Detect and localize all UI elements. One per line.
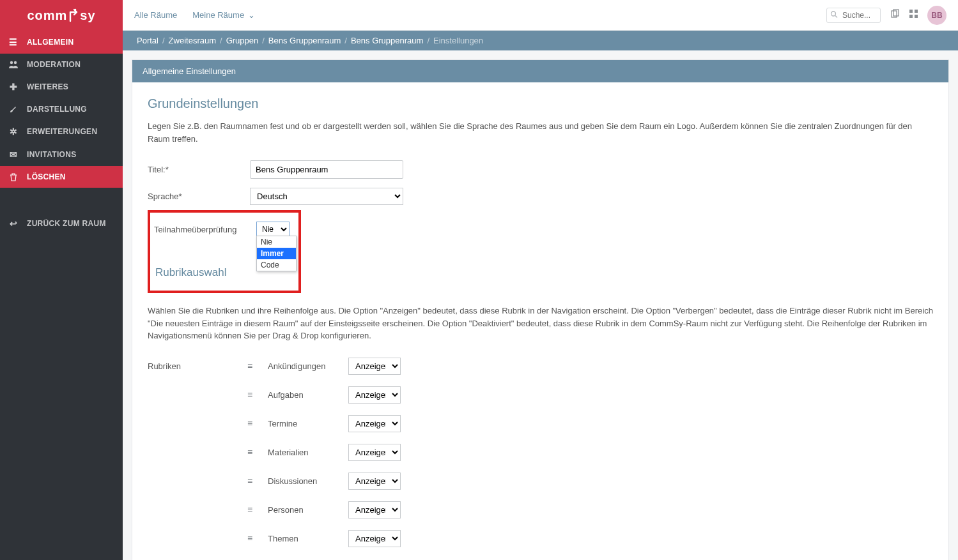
rubrik-row: ≡ThemenAnzeigen	[148, 530, 933, 547]
copy-icon[interactable]	[890, 9, 900, 22]
svg-rect-6	[909, 10, 913, 13]
drag-handle-icon[interactable]: ≡	[247, 447, 258, 457]
svg-rect-8	[909, 15, 913, 18]
rubrik-label-col: Rubriken	[148, 361, 237, 371]
rubrik-name: Aufgaben	[268, 390, 338, 400]
sidebar-item-back[interactable]: ↩ ZURÜCK ZUM RAUM	[0, 212, 123, 235]
sidebar-item-moderation[interactable]: MODERATION	[0, 54, 123, 75]
sidebar-item-label: ZURÜCK ZUM RAUM	[27, 219, 106, 228]
drag-handle-icon[interactable]: ≡	[247, 533, 258, 543]
envelope-icon: ✉	[8, 149, 19, 160]
svg-rect-7	[915, 10, 918, 13]
rubrik-select[interactable]: Anzeigen	[348, 386, 401, 404]
plus-icon: ✚	[8, 82, 19, 92]
rubrik-row: ≡PersonenAnzeigen	[148, 501, 933, 518]
rubrik-select[interactable]: Anzeigen	[348, 501, 401, 518]
dropdown-teilnahme: Nie Immer Code	[256, 236, 297, 271]
brush-icon	[8, 105, 19, 114]
back-arrow-icon: ↩	[8, 218, 19, 229]
sidebar-item-loeschen[interactable]: LÖSCHEN	[0, 166, 123, 188]
sliders-icon: ☰	[8, 37, 19, 47]
drag-handle-icon[interactable]: ≡	[247, 418, 258, 428]
people-icon	[8, 60, 19, 69]
rubrik-name: Themen	[268, 534, 338, 543]
select-sprache[interactable]: Deutsch	[250, 188, 403, 205]
svg-point-1	[14, 61, 17, 64]
sidebar-item-label: ERWEITERUNGEN	[27, 127, 97, 136]
avatar[interactable]: BB	[927, 6, 946, 25]
label-sprache: Sprache*	[148, 192, 237, 201]
breadcrumb-item[interactable]: Gruppen	[226, 36, 259, 45]
sidebar-item-darstellung[interactable]: DARSTELLUNG	[0, 98, 123, 120]
nav-my-rooms[interactable]: Meine Räume ⌄	[192, 10, 255, 20]
grid-icon[interactable]	[909, 9, 918, 21]
drag-handle-icon[interactable]: ≡	[247, 390, 258, 400]
sidebar-item-label: ALLGEMEIN	[27, 38, 73, 47]
sidebar-item-weiteres[interactable]: ✚ WEITERES	[0, 75, 123, 98]
select-teilnahme[interactable]: Nie	[256, 222, 290, 237]
sidebar-item-label: WEITERES	[27, 82, 68, 91]
sidebar-item-invitations[interactable]: ✉ INVITATIONS	[0, 143, 123, 166]
sidebar-item-label: MODERATION	[27, 60, 81, 69]
dropdown-option-nie[interactable]: Nie	[257, 236, 296, 248]
svg-point-0	[10, 61, 13, 64]
rubrik-name: Personen	[268, 505, 338, 515]
rubrik-name: Diskussionen	[268, 476, 338, 486]
breadcrumb: Portal / Zweitesraum / Gruppen / Bens Gr…	[123, 31, 958, 50]
nav-all-rooms[interactable]: Alle Räume	[134, 10, 177, 20]
breadcrumb-item[interactable]: Bens Gruppenraum	[351, 36, 423, 45]
rubrik-name: Materialien	[268, 448, 338, 457]
search-wrap	[826, 8, 881, 23]
breadcrumb-item[interactable]: Zweitesraum	[169, 36, 216, 45]
chevron-down-icon: ⌄	[248, 10, 255, 20]
input-titel[interactable]	[250, 160, 403, 179]
section-desc-grund: Legen Sie z.B. den Raumnamen fest und ob…	[148, 120, 933, 145]
gear-icon: ✲	[8, 126, 19, 137]
sidebar-item-label: LÖSCHEN	[27, 172, 66, 181]
logo[interactable]: comm sy	[0, 0, 123, 31]
svg-rect-9	[915, 15, 918, 18]
drag-handle-icon[interactable]: ≡	[247, 504, 258, 515]
panel-header: Allgemeine Einstellungen	[132, 60, 948, 82]
rubrik-select[interactable]: Anzeigen	[348, 358, 401, 375]
section-title-grund: Grundeinstellungen	[148, 96, 933, 111]
trash-icon	[8, 172, 19, 181]
breadcrumb-item[interactable]: Portal	[137, 36, 158, 45]
rubrik-name: Ankündigungen	[268, 361, 338, 371]
highlight-teilnahme: Teilnahmeüberprüfung Nie Nie Immer Code	[148, 210, 301, 293]
rubrik-select[interactable]: Anzeigen	[348, 473, 401, 490]
sidebar-item-label: DARSTELLUNG	[27, 105, 87, 114]
section-desc-rubrik: Wählen Sie die Rubriken und ihre Reihenf…	[148, 305, 933, 342]
sidebar-item-erweiterungen[interactable]: ✲ ERWEITERUNGEN	[0, 120, 123, 143]
rubrik-row: ≡AufgabenAnzeigen	[148, 386, 933, 404]
rubrik-row: ≡MaterialienAnzeigen	[148, 444, 933, 461]
search-icon	[830, 10, 838, 20]
settings-panel: Allgemeine Einstellungen Grundeinstellun…	[132, 59, 949, 560]
main: Alle Räume Meine Räume ⌄	[123, 0, 958, 560]
rubrik-select[interactable]: Anzeigen	[348, 530, 401, 547]
svg-point-2	[831, 11, 836, 16]
svg-line-3	[835, 15, 837, 17]
breadcrumb-current: Einstellungen	[433, 36, 483, 45]
rubrik-row: ≡DiskussionenAnzeigen	[148, 473, 933, 490]
drag-handle-icon[interactable]: ≡	[247, 361, 258, 371]
label-teilnahme: Teilnahmeüberprüfung	[154, 225, 243, 234]
rubrik-select[interactable]: Anzeigen	[348, 444, 401, 461]
drag-handle-icon[interactable]: ≡	[247, 476, 258, 486]
rubrik-name: Termine	[268, 419, 338, 428]
dropdown-option-immer[interactable]: Immer	[257, 248, 296, 259]
rubrik-row: Rubriken≡AnkündigungenAnzeigen	[148, 358, 933, 375]
label-titel: Titel:*	[148, 165, 237, 174]
dropdown-option-code[interactable]: Code	[257, 259, 296, 271]
rubrik-row: ≡TermineAnzeigen	[148, 415, 933, 432]
topbar: Alle Räume Meine Räume ⌄	[123, 0, 958, 31]
sidebar-item-label: INVITATIONS	[27, 150, 77, 159]
sidebar: comm sy ☰ ALLGEMEIN MODERATION ✚ WEITERE…	[0, 0, 123, 560]
breadcrumb-item[interactable]: Bens Gruppenraum	[268, 36, 341, 45]
logo-icon	[68, 8, 79, 22]
sidebar-item-allgemein[interactable]: ☰ ALLGEMEIN	[0, 31, 123, 54]
rubrik-select[interactable]: Anzeigen	[348, 415, 401, 432]
